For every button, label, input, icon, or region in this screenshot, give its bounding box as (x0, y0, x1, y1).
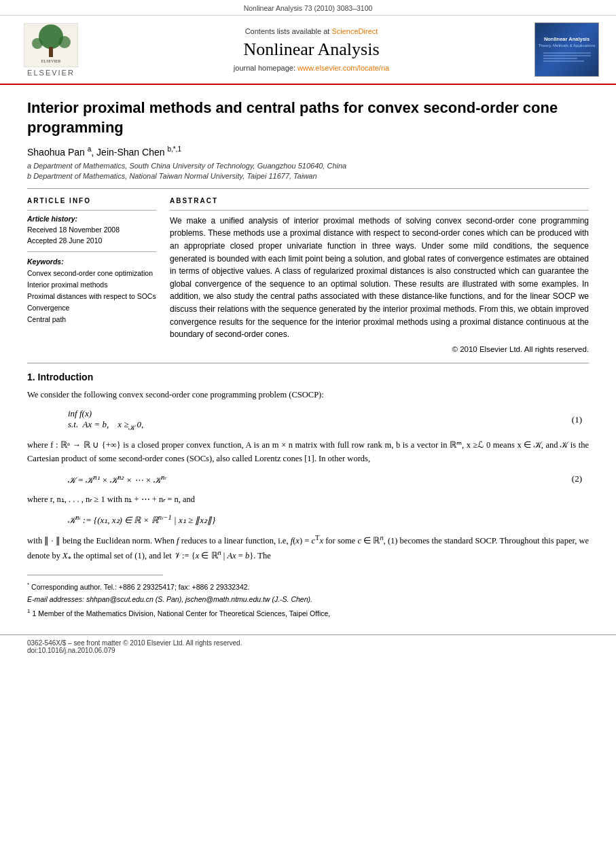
keywords-heading: Keywords: (27, 257, 156, 266)
page-wrapper: Nonlinear Analysis 73 (2010) 3083–3100 E… (0, 0, 616, 841)
received-label: Received 18 November 2008 (27, 226, 120, 234)
eq2-number: (2) (572, 473, 582, 484)
svg-point-3 (32, 38, 43, 49)
homepage-link[interactable]: www.elsevier.com/locate/na (297, 64, 389, 72)
journal-title: Nonlinear Analysis (95, 39, 528, 60)
affiliation-b-text: b Department of Mathematics, National Ta… (27, 172, 317, 180)
section-1-para3: where r, n₁, . . . , nᵣ ≥ 1 with n₁ + ⋯ … (27, 493, 589, 506)
abstract-top-divider (170, 210, 589, 211)
elsevier-logo: ELSEVIER ELSEVIER (14, 23, 88, 77)
footnote-email-text: E-mail addresses: shhpan@scut.edu.cn (S.… (27, 595, 312, 603)
section-1-para2: where f : ℝⁿ → ℝ ∪ {+∞} is a closed prop… (27, 438, 589, 465)
info-top-divider (27, 210, 156, 211)
journal-header-center: Contents lists available at ScienceDirec… (95, 27, 528, 72)
received-text: Received 18 November 2008 Accepted 28 Ju… (27, 225, 156, 247)
eq1-number: (1) (572, 414, 582, 425)
abstract-text: We make a unified analysis of interior p… (170, 215, 589, 341)
issn-text: 0362-546X/$ – see front matter © 2010 El… (27, 639, 589, 647)
journal-citation-text: Nonlinear Analysis 73 (2010) 3083–3100 (244, 4, 373, 12)
affiliation-b: b Department of Mathematics, National Ta… (27, 172, 589, 180)
footnote-1: 1 1 Member of the Mathematics Division, … (27, 607, 589, 619)
abstract-heading: ABSTRACT (170, 197, 589, 204)
sciencedirect-label: Contents lists available at (245, 27, 330, 35)
svg-text:ELSEVIER: ELSEVIER (41, 59, 60, 63)
copyright-line: © 2010 Elsevier Ltd. All rights reserved… (170, 345, 589, 353)
article-info-heading: ARTICLE INFO (27, 197, 156, 204)
eq3-content: 𝒦nᵢ := {(x₁, x₂) ∈ ℝ × ℝnᵢ−1 | x₁ ≥ ‖x₂‖… (68, 513, 215, 526)
authors-line: Shaohua Pan a, Jein-Shan Chen b,*,1 (27, 145, 589, 158)
svg-rect-2 (49, 47, 53, 57)
keywords-list: Convex second-order cone optimization In… (27, 268, 156, 325)
history-heading: Article history: (27, 215, 156, 223)
section-1: 1. Introduction We consider the followin… (27, 372, 589, 565)
authors-text: Shaohua Pan a, Jein-Shan Chen b,*,1 (27, 147, 181, 158)
footnote-1-text: 1 Member of the Mathematics Division, Na… (32, 609, 330, 617)
journal-homepage: journal homepage: www.elsevier.com/locat… (95, 64, 528, 72)
journal-header: ELSEVIER ELSEVIER Contents lists availab… (0, 16, 616, 85)
sciencedirect-line: Contents lists available at ScienceDirec… (95, 27, 528, 35)
cover-subtitle-text: Theory, Methods & Applications (539, 43, 596, 48)
abstract-column: ABSTRACT We make a unified analysis of i… (170, 197, 589, 353)
equation-1-content: inf f(x) s.t. Ax = b, x ≥𝒦 0, (68, 408, 143, 432)
keyword-4: Convergence (27, 302, 156, 314)
footnote-star: * Corresponding author. Tel.: +886 2 293… (27, 581, 589, 592)
article-title: Interior proximal methods and central pa… (27, 99, 589, 137)
keyword-1: Convex second-order cone optimization (27, 268, 156, 279)
sciencedirect-link[interactable]: ScienceDirect (331, 27, 378, 35)
journal-citation-bar: Nonlinear Analysis 73 (2010) 3083–3100 (0, 0, 616, 16)
accepted-label: Accepted 28 June 2010 (27, 236, 102, 245)
eq1-constraint: s.t. Ax = b, x ≥𝒦 0, (68, 419, 143, 432)
footnotes-divider (27, 575, 163, 575)
elsevier-tree-icon: ELSEVIER (24, 23, 78, 67)
keyword-2: Interior proximal methods (27, 279, 156, 291)
affiliation-a: a Department of Mathematics, South China… (27, 162, 589, 170)
homepage-label: journal homepage: (234, 64, 295, 72)
cover-decoration-icon (540, 50, 594, 64)
body-top-divider (27, 363, 589, 363)
bottom-bar: 0362-546X/$ – see front matter © 2010 El… (0, 634, 616, 658)
equation-3: 𝒦nᵢ := {(x₁, x₂) ∈ ℝ × ℝnᵢ−1 | x₁ ≥ ‖x₂‖… (68, 513, 589, 526)
keyword-divider (27, 251, 156, 252)
main-content: Interior proximal methods and central pa… (0, 85, 616, 634)
elsevier-brand-text: ELSEVIER (27, 69, 75, 77)
affiliation-a-text: a Department of Mathematics, South China… (27, 162, 346, 170)
section-1-para4: with ‖ · ‖ being the Euclidean norm. Whe… (27, 533, 589, 565)
footnote-star-text: Corresponding author. Tel.: +886 2 29325… (31, 582, 249, 590)
doi-text: doi:10.1016/j.na.2010.06.079 (27, 647, 589, 654)
eq2-content: 𝒦 = 𝒦n₁ × 𝒦n₂ × ⋯ × 𝒦nᵣ (68, 472, 166, 485)
eq1-lhs: inf f(x) (68, 408, 143, 419)
journal-cover-image: Nonlinear Analysis Theory, Methods & App… (535, 22, 599, 77)
section-1-title: 1. Introduction (27, 372, 589, 382)
article-info-column: ARTICLE INFO Article history: Received 1… (27, 197, 156, 353)
keyword-5: Central path (27, 314, 156, 325)
elsevier-logo-area: ELSEVIER ELSEVIER (14, 23, 88, 77)
equation-2: 𝒦 = 𝒦n₁ × 𝒦n₂ × ⋯ × 𝒦nᵣ (2) (68, 472, 589, 485)
footnotes-section: * Corresponding author. Tel.: +886 2 293… (27, 581, 589, 619)
journal-cover-area: Nonlinear Analysis Theory, Methods & App… (535, 22, 602, 77)
header-divider (27, 188, 589, 189)
info-abstract-section: ARTICLE INFO Article history: Received 1… (27, 197, 589, 353)
equation-1: inf f(x) s.t. Ax = b, x ≥𝒦 0, (1) (68, 408, 589, 432)
section-1-para1: We consider the following convex second-… (27, 388, 589, 401)
footnote-email: E-mail addresses: shhpan@scut.edu.cn (S.… (27, 594, 589, 605)
svg-point-4 (58, 36, 71, 48)
keyword-3: Proximal distances with respect to SOCs (27, 291, 156, 302)
with-text: with (27, 536, 42, 545)
cover-title-text: Nonlinear Analysis (544, 36, 590, 42)
